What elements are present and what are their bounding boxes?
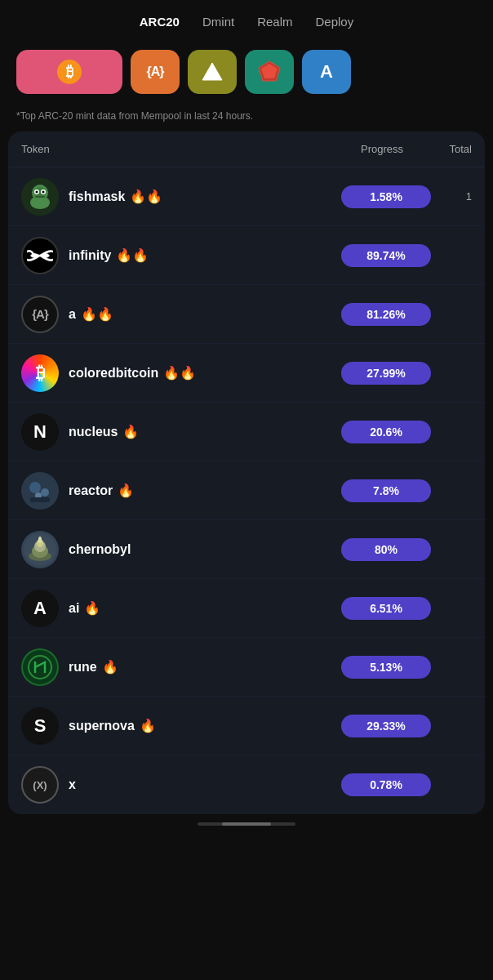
- token-name-fishmask: fishmask 🔥🔥: [69, 189, 162, 204]
- scrollbar-container: [0, 814, 493, 834]
- progress-nucleus: 20.6%: [341, 421, 431, 443]
- token-info-nucleus: N nucleus 🔥: [21, 413, 341, 451]
- token-info-infinity: infinity 🔥🔥: [21, 237, 341, 274]
- token-info-rune: rune 🔥: [21, 648, 341, 686]
- table-row: infinity 🔥🔥 89.74%: [8, 226, 485, 285]
- avatar-chernobyl: [21, 531, 59, 568]
- gem-icon: [257, 60, 282, 84]
- progress-fishmask: 1.58%: [341, 185, 431, 208]
- svg-point-24: [38, 537, 42, 543]
- token-info-supernova: S supernova 🔥: [21, 707, 341, 745]
- avatar-rune: [21, 648, 59, 686]
- token-name-reactor: reactor 🔥: [69, 483, 134, 498]
- token-name-chernobyl: chernobyl: [69, 542, 131, 557]
- progress-coloredbitcoin: 27.99%: [341, 362, 431, 385]
- progress-rune: 5.13%: [341, 656, 431, 679]
- token-name-infinity: infinity 🔥🔥: [69, 247, 149, 263]
- atomicals-icon-btn[interactable]: {A}: [131, 50, 180, 94]
- token-info-reactor: reactor 🔥: [21, 472, 341, 510]
- a-icon-btn[interactable]: A: [302, 50, 351, 94]
- avatar-reactor: [21, 472, 59, 510]
- progress-supernova: 29.33%: [341, 715, 431, 737]
- avatar-nucleus: N: [21, 413, 59, 451]
- progress-x: 0.78%: [341, 773, 431, 796]
- token-info-chernobyl: chernobyl: [21, 531, 341, 568]
- svg-point-16: [41, 488, 49, 497]
- token-info-x: (X) x: [21, 766, 341, 804]
- fishmask-icon: [21, 178, 59, 216]
- svg-point-15: [29, 482, 41, 493]
- token-name-ai: ai 🔥: [69, 600, 100, 616]
- icon-row: ₿ {A} A: [0, 42, 493, 107]
- header-token: Token: [21, 143, 333, 155]
- infinity-icon: [27, 247, 53, 264]
- bitcoin-icon-btn[interactable]: ₿: [16, 50, 122, 94]
- header-total: Total: [431, 143, 472, 155]
- svg-rect-13: [35, 196, 45, 198]
- progress-infinity: 89.74%: [341, 244, 431, 267]
- token-info-a: {A} a 🔥🔥: [21, 296, 341, 333]
- token-name-a: a 🔥🔥: [69, 306, 113, 322]
- header-progress: Progress: [333, 143, 431, 155]
- token-name-coloredbitcoin: coloredbitcoin 🔥🔥: [69, 365, 196, 381]
- progress-reactor: 7.8%: [341, 479, 431, 502]
- token-name-nucleus: nucleus 🔥: [69, 424, 139, 439]
- token-info-fishmask: fishmask 🔥🔥: [21, 178, 341, 216]
- scrollbar-thumb[interactable]: [222, 822, 271, 826]
- nav-realm[interactable]: Realm: [257, 15, 292, 29]
- svg-point-11: [36, 190, 38, 193]
- chernobyl-avatar-icon: [24, 533, 56, 566]
- table-row: N nucleus 🔥 20.6%: [8, 403, 485, 461]
- token-name-x: x: [69, 777, 76, 792]
- avatar-infinity: [21, 237, 59, 274]
- avatar-ai: A: [21, 590, 59, 627]
- table-row: ₿ coloredbitcoin 🔥🔥 27.99%: [8, 344, 485, 403]
- gem-icon-btn[interactable]: [245, 50, 294, 94]
- top-nav: ARC20 Dmint Realm Deploy: [0, 0, 493, 42]
- table-row: {A} a 🔥🔥 81.26%: [8, 285, 485, 344]
- progress-chernobyl: 80%: [341, 538, 431, 561]
- progress-a: 81.26%: [341, 303, 431, 326]
- token-table: Token Progress Total fishmask: [8, 131, 485, 814]
- scrollbar-track: [198, 822, 295, 826]
- svg-text:₿: ₿: [66, 64, 73, 80]
- nav-dmint[interactable]: Dmint: [202, 15, 234, 29]
- rune-avatar-icon: [24, 651, 56, 684]
- table-row: A ai 🔥 6.51%: [8, 579, 485, 638]
- triangle-icon-btn[interactable]: [188, 50, 237, 94]
- svg-marker-2: [202, 63, 222, 80]
- token-info-ai: A ai 🔥: [21, 590, 341, 627]
- nav-arc20[interactable]: ARC20: [140, 15, 180, 29]
- triangle-icon: [201, 60, 224, 83]
- svg-point-8: [30, 196, 50, 209]
- subtitle-text: *Top ARC-20 mint data from Mempool in la…: [0, 107, 493, 131]
- table-row: rune 🔥 5.13%: [8, 638, 485, 697]
- token-info-coloredbitcoin: ₿ coloredbitcoin 🔥🔥: [21, 354, 341, 392]
- table-header: Token Progress Total: [8, 131, 485, 167]
- avatar-fishmask: [21, 178, 59, 216]
- bitcoin-icon: ₿: [56, 59, 82, 85]
- total-fishmask: 1: [431, 190, 472, 203]
- table-row: fishmask 🔥🔥 1.58% 1: [8, 167, 485, 226]
- avatar-supernova: S: [21, 707, 59, 745]
- bracket-a-icon: {A}: [146, 65, 163, 79]
- a-letter-icon: A: [320, 61, 333, 82]
- svg-point-12: [42, 190, 45, 193]
- avatar-x: (X): [21, 766, 59, 804]
- svg-rect-18: [30, 497, 50, 502]
- avatar-a: {A}: [21, 296, 59, 333]
- table-row: chernobyl 80%: [8, 520, 485, 579]
- nav-deploy[interactable]: Deploy: [316, 15, 354, 29]
- table-row: reactor 🔥 7.8%: [8, 461, 485, 520]
- reactor-avatar-icon: [24, 474, 56, 507]
- token-name-supernova: supernova 🔥: [69, 718, 156, 733]
- avatar-coloredbitcoin: ₿: [21, 354, 59, 392]
- progress-ai: 6.51%: [341, 597, 431, 620]
- table-row: (X) x 0.78%: [8, 755, 485, 814]
- token-name-rune: rune 🔥: [69, 659, 118, 675]
- table-row: S supernova 🔥 29.33%: [8, 697, 485, 755]
